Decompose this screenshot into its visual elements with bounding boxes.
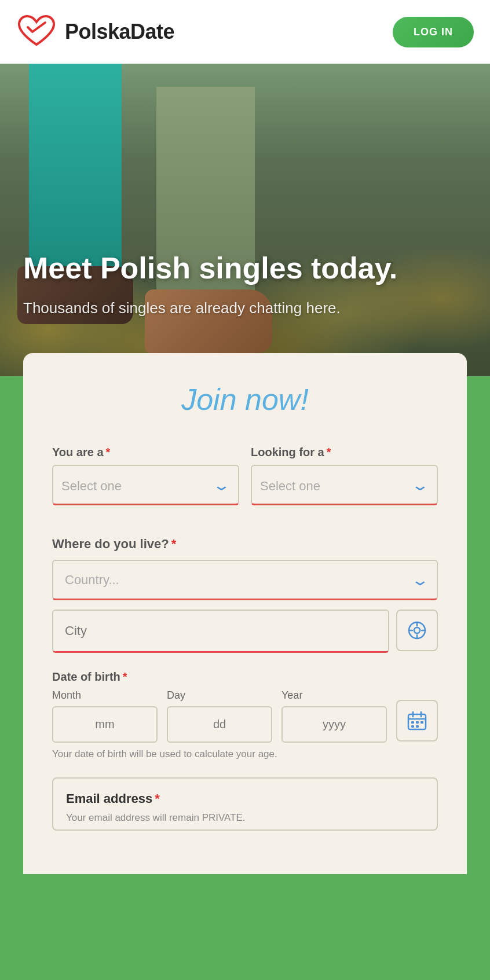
month-group: Month (52, 689, 158, 743)
year-label: Year (281, 689, 387, 702)
where-live-section: Where do you live?* Poland United States… (52, 537, 438, 653)
pant-left (29, 64, 122, 278)
location-icon (407, 620, 427, 641)
year-group: Year (281, 689, 387, 743)
required-star-5: * (155, 791, 160, 806)
dob-fields: Month Day Year (52, 689, 438, 743)
you-are-label: You are a* (52, 446, 239, 459)
calendar-icon (407, 710, 427, 731)
required-star-1: * (106, 446, 111, 458)
looking-for-select-wrap: Man Woman ⌄ (251, 465, 438, 505)
hero-title: Meet Polish singles today. (23, 251, 467, 286)
svg-rect-11 (416, 721, 419, 724)
dob-hint: Your date of birth will be used to calcu… (52, 748, 438, 760)
month-label: Month (52, 689, 158, 702)
city-input-wrap (52, 610, 389, 653)
dob-label: Date of birth* (52, 670, 438, 684)
svg-rect-10 (411, 721, 414, 724)
required-star-3: * (171, 537, 177, 551)
looking-for-label: Looking for a* (251, 446, 438, 459)
logo-text: PolskaDate (65, 20, 174, 44)
country-wrap: Poland United States United Kingdom ⌄ Co… (52, 560, 438, 600)
hero-text: Meet Polish singles today. Thousands of … (23, 251, 467, 318)
required-star-4: * (123, 670, 127, 683)
you-are-group: You are a* Man Woman ⌄ Select one (52, 446, 239, 505)
location-button[interactable] (396, 610, 438, 651)
day-group: Day (167, 689, 272, 743)
login-button[interactable]: LOG IN (393, 17, 474, 47)
looking-for-group: Looking for a* Man Woman ⌄ Select one (251, 446, 438, 505)
city-input[interactable] (52, 610, 389, 653)
year-input[interactable] (281, 706, 387, 743)
email-hint: Your email address will remain PRIVATE. (66, 812, 424, 824)
day-input[interactable] (167, 706, 272, 743)
you-are-select-wrap: Man Woman ⌄ (52, 465, 239, 505)
svg-point-1 (414, 627, 420, 633)
header: PolskaDate LOG IN (0, 0, 490, 64)
email-section: Email address* Your email address will r… (52, 777, 438, 831)
svg-rect-12 (420, 721, 423, 724)
hero-section: Meet Polish singles today. Thousands of … (0, 64, 490, 376)
day-label: Day (167, 689, 272, 702)
calendar-button[interactable] (396, 700, 438, 742)
dob-section: Date of birth* Month Day Year (52, 670, 438, 760)
form-title: Join now! (52, 382, 438, 417)
email-label: Email address* (66, 791, 424, 806)
month-input[interactable] (52, 706, 158, 743)
hero-subtitle: Thousands of singles are already chattin… (23, 298, 467, 318)
city-row (52, 610, 438, 653)
where-live-label: Where do you live?* (52, 537, 438, 552)
svg-rect-13 (411, 725, 414, 728)
svg-rect-14 (416, 725, 419, 728)
logo: PolskaDate (16, 14, 174, 49)
gender-row: You are a* Man Woman ⌄ Select one Lookin… (52, 446, 438, 519)
form-card: Join now! You are a* Man Woman ⌄ Select … (23, 353, 467, 874)
logo-icon (16, 14, 57, 49)
required-star-2: * (327, 446, 331, 458)
